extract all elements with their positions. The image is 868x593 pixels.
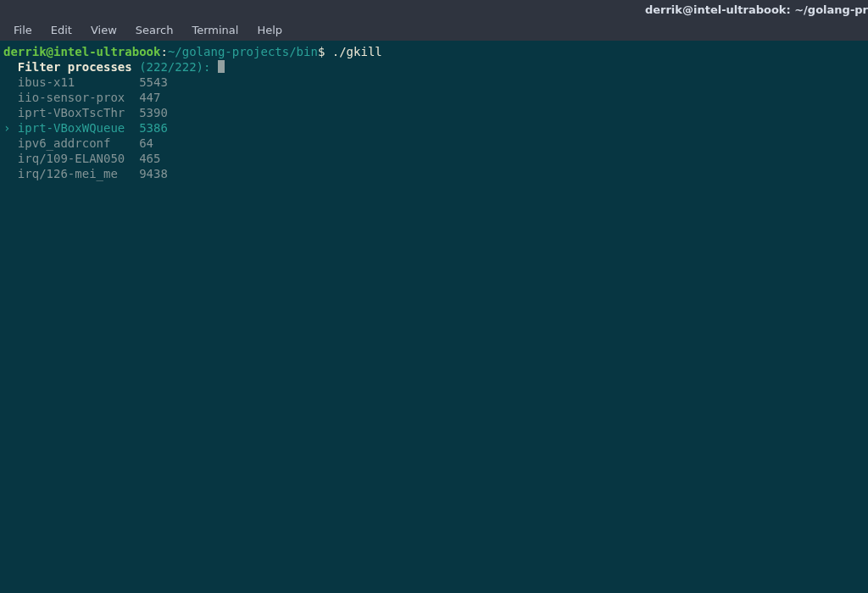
row-caret: [3, 167, 18, 180]
process-pid: 9438: [139, 167, 168, 180]
process-name: iio-sensor-prox: [18, 91, 125, 104]
menu-terminal[interactable]: Terminal: [183, 21, 247, 39]
process-row[interactable]: ipv6_addrconf 64: [3, 136, 865, 151]
prompt-command: ./gkill: [332, 45, 382, 58]
process-pid: 5386: [139, 121, 168, 135]
menu-help[interactable]: Help: [248, 21, 291, 39]
row-caret: [3, 152, 18, 165]
process-row[interactable]: iprt-VBoxTscThr 5390: [3, 105, 865, 120]
filter-line: Filter processes (222/222):: [3, 59, 865, 75]
prompt-sep: :: [160, 45, 167, 58]
process-name: irq/126-mei_me: [18, 167, 125, 180]
process-row[interactable]: irq/109-ELAN050 465: [3, 151, 865, 166]
process-name: irq/109-ELAN050: [18, 152, 125, 165]
text-cursor: [218, 60, 225, 73]
prompt-line: derrik@intel-ultrabook:~/golang-projects…: [3, 44, 865, 59]
process-name: ipv6_addrconf: [18, 136, 125, 150]
process-row[interactable]: › iprt-VBoxWQueue 5386: [3, 120, 865, 136]
prompt-sigil: $: [318, 45, 332, 58]
process-pid: 5543: [139, 75, 168, 89]
prompt-path: ~/golang-projects/bin: [168, 45, 318, 58]
row-caret: ›: [3, 121, 18, 135]
process-pid: 465: [139, 152, 160, 165]
process-pid: 447: [139, 91, 160, 104]
process-name: ibus-x11: [18, 75, 125, 89]
process-name: iprt-VBoxWQueue: [18, 121, 125, 135]
window-titlebar: derrik@intel-ultrabook: ~/golang-pr: [0, 0, 868, 19]
menu-file[interactable]: File: [5, 21, 41, 39]
menu-view[interactable]: View: [82, 21, 125, 39]
process-row[interactable]: ibus-x11 5543: [3, 75, 865, 90]
menu-search[interactable]: Search: [127, 21, 182, 39]
terminal-viewport[interactable]: derrik@intel-ultrabook:~/golang-projects…: [0, 41, 868, 593]
process-pid: 64: [139, 136, 153, 150]
process-row[interactable]: irq/126-mei_me 9438: [3, 166, 865, 181]
process-row[interactable]: iio-sensor-prox 447: [3, 90, 865, 105]
process-pid: 5390: [139, 106, 168, 119]
filter-label: Filter processes: [18, 60, 132, 74]
process-name: iprt-VBoxTscThr: [18, 106, 125, 119]
filter-count: (222/222):: [139, 60, 210, 74]
row-caret: [3, 91, 18, 104]
row-caret: [3, 106, 18, 119]
row-caret: [3, 136, 18, 150]
menubar: File Edit View Search Terminal Help: [0, 19, 868, 41]
window-title: derrik@intel-ultrabook: ~/golang-pr: [221, 3, 868, 16]
row-caret: [3, 75, 18, 89]
prompt-user-host: derrik@intel-ultrabook: [3, 45, 160, 58]
menu-edit[interactable]: Edit: [42, 21, 81, 39]
